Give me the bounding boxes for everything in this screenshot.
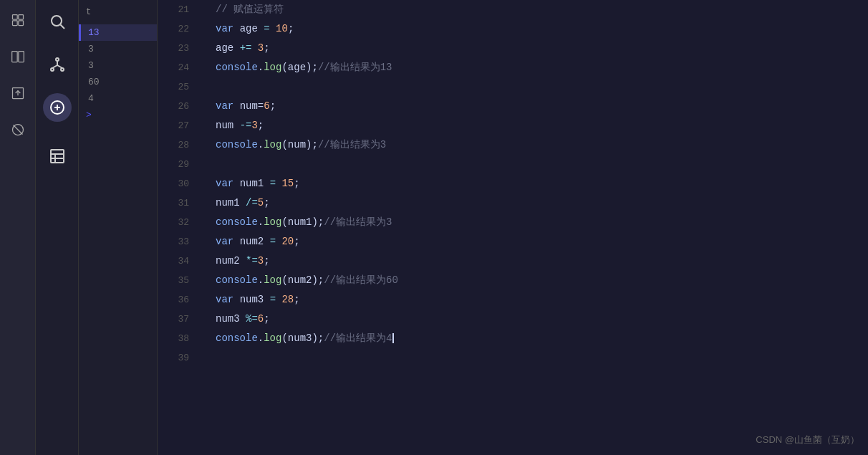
code-line-23: 23 age += 3; [158,39,868,58]
line-num-23: 23 [158,39,201,58]
debug-item-4[interactable]: 4 [79,90,157,107]
line-content-39 [216,348,868,367]
line-content-33: var num2 = 20; [216,232,868,251]
line-num-22: 22 [158,20,201,39]
code-line-26: 26 var num=6; [158,97,868,116]
line-content-22: var age = 10; [216,19,868,38]
line-content-35: console.log(num2);//输出结果为60 [216,271,868,289]
svg-rect-1 [18,15,23,20]
code-line-33: 33 var num2 = 20; [158,232,868,252]
code-line-21: 21 // 赋值运算符 [158,0,868,19]
code-line-38: 38 console.log(num3);//输出结果为4 [158,329,868,348]
line-content-24: console.log(age);//输出结果为13 [216,58,868,77]
code-line-35: 35 console.log(num2);//输出结果为60 [158,271,868,290]
csdn-watermark: CSDN @山鱼菌（互奶） [756,434,859,446]
code-line-36: 36 var num3 = 28; [158,290,868,310]
code-line-34: 34 num2 *=3; [158,252,868,271]
line-num-24: 24 [158,59,201,77]
code-line-37: 37 num3 %=6; [158,310,868,329]
line-content-34: num2 *=3; [216,252,868,270]
line-content-38: console.log(num3);//输出结果为4 [216,329,868,348]
line-num-32: 32 [158,214,201,232]
svg-rect-5 [18,52,24,62]
activity-bar [0,0,36,455]
debug-tabs: t [79,6,157,24]
line-content-30: var num1 = 15; [216,174,868,193]
debug-tab-t[interactable]: t [83,6,94,19]
svg-point-10 [52,16,62,26]
secondary-sidebar [36,0,79,455]
debug-item-3a[interactable]: 3 [79,41,157,57]
explorer-sidebar-icon[interactable] [43,142,72,171]
code-line-22: 22 var age = 10; [158,19,868,39]
code-line-27: 27 num -=3; [158,116,868,135]
line-num-34: 34 [158,252,201,271]
line-content-37: num3 %=6; [216,310,868,328]
debug-items: 13 3 3 60 4 [79,24,157,107]
line-content-23: age += 3; [216,39,868,57]
line-content-21: // 赋值运算符 [216,0,868,19]
svg-line-16 [52,65,57,68]
svg-rect-4 [11,52,17,62]
line-num-26: 26 [158,97,201,116]
line-content-28: console.log(num);//输出结果为3 [216,135,868,154]
svg-rect-2 [12,21,17,26]
debug-item-3b[interactable]: 3 [79,57,157,74]
line-content-29 [216,155,868,173]
line-content-25 [216,77,868,96]
code-container: 21 // 赋值运算符 22 var age = 10; 23 age += 3… [158,0,868,455]
line-content-36: var num3 = 28; [216,290,868,309]
line-num-27: 27 [158,117,201,135]
debug-arrow: > [79,107,157,123]
import-icon[interactable] [5,80,31,106]
line-num-25: 25 [158,78,201,97]
git-sidebar-icon[interactable] [43,50,72,79]
debug-panel: t 13 3 3 60 4 > [79,0,158,455]
line-num-35: 35 [158,272,201,290]
code-line-24: 24 console.log(age);//输出结果为13 [158,58,868,77]
code-line-39: 39 [158,348,868,368]
code-editor: 21 // 赋值运算符 22 var age = 10; 23 age += 3… [158,0,868,455]
line-num-30: 30 [158,175,201,193]
line-num-38: 38 [158,330,201,348]
code-line-25: 25 [158,77,868,97]
line-content-31: num1 /=5; [216,193,868,212]
svg-line-9 [13,125,22,135]
line-num-33: 33 [158,233,201,252]
svg-point-12 [56,58,59,61]
svg-point-13 [51,68,54,71]
code-line-28: 28 console.log(num);//输出结果为3 [158,135,868,155]
block-icon[interactable] [5,117,31,143]
code-line-31: 31 num1 /=5; [158,193,868,213]
line-num-39: 39 [158,349,201,368]
svg-line-17 [57,65,62,68]
line-num-31: 31 [158,194,201,213]
svg-rect-3 [18,21,23,26]
code-line-29: 29 [158,155,868,174]
extensions-sidebar-icon[interactable] [43,93,72,122]
line-num-37: 37 [158,310,201,329]
split-editor-icon[interactable] [5,44,31,70]
line-content-26: var num=6; [216,97,868,115]
svg-line-11 [60,25,64,29]
line-num-28: 28 [158,136,201,155]
svg-rect-21 [51,150,64,163]
svg-point-14 [61,68,64,71]
files-icon[interactable] [5,7,31,33]
code-line-30: 30 var num1 = 15; [158,174,868,193]
line-num-29: 29 [158,155,201,174]
line-content-27: num -=3; [216,116,868,135]
search-sidebar-icon[interactable] [43,7,72,36]
debug-item-60[interactable]: 60 [79,74,157,90]
code-line-32: 32 console.log(num1);//输出结果为3 [158,213,868,232]
debug-item-13[interactable]: 13 [79,24,157,41]
line-content-32: console.log(num1);//输出结果为3 [216,213,868,231]
svg-rect-0 [12,15,17,20]
line-num-21: 21 [158,1,201,19]
line-num-36: 36 [158,291,201,310]
